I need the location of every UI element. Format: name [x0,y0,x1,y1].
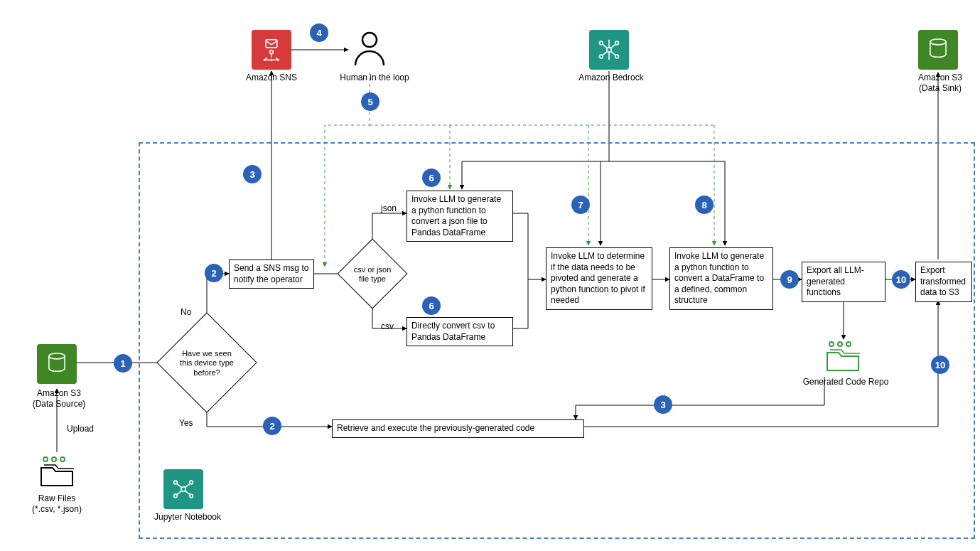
svg-point-0 [49,353,65,359]
code-repo-icon [823,340,863,376]
badge-3a: 3 [243,165,262,183]
step-retrieve: Retrieve and execute the previously-gene… [332,419,584,438]
step-structure: Invoke LLM to generate a python function… [669,247,773,310]
decision-seen-before-text: Have we seen this device type before? [171,328,242,399]
bedrock-label: Amazon Bedrock [569,73,654,83]
s3-sink-label: Amazon S3 (Data Sink) [901,73,979,94]
decision-seen-before: Have we seen this device type before? [156,312,257,412]
svg-point-10 [607,48,611,52]
human-label: Human in the loop [328,73,421,83]
step-csv-direct: Directly convert csv to Pandas DataFrame [406,317,513,346]
badge-8: 8 [695,196,714,214]
step-pivot: Invoke LLM to determine if the data need… [546,247,652,310]
raw-files-icon [37,455,77,491]
jupyter-icon [163,469,203,509]
svg-point-7 [270,59,272,61]
svg-point-6 [264,59,266,61]
sns-icon [252,30,291,70]
badge-1: 1 [114,354,132,373]
badge-9: 9 [780,270,799,289]
svg-point-8 [277,59,279,61]
jupyter-label: Jupyter Notebook [145,512,230,523]
svg-point-5 [270,50,274,54]
json-label: json [381,203,397,213]
upload-label: Upload [67,424,94,434]
s3-source-icon [37,344,77,384]
svg-point-17 [846,342,851,346]
s3-sink-icon [918,30,958,70]
svg-point-19 [181,487,185,491]
badge-7: 7 [571,196,590,214]
badge-5: 5 [361,92,379,111]
svg-point-2 [52,457,56,461]
badge-2b: 2 [263,417,281,435]
svg-rect-4 [266,40,277,48]
step-export-s3: Export transformed data to S3 [915,262,972,302]
svg-point-9 [362,33,377,47]
yes-label: Yes [179,418,193,428]
svg-point-18 [930,39,946,45]
badge-3b: 3 [654,395,672,414]
svg-point-3 [60,457,65,461]
step-json-llm: Invoke LLM to generate a python function… [406,191,513,242]
bedrock-icon [589,30,629,70]
svg-point-15 [829,342,834,346]
decision-file-type-text: csv or json file type [348,250,397,299]
csv-label: csv [381,321,394,331]
badge-6a: 6 [422,168,441,187]
code-repo-label: Generated Code Repo [796,377,895,387]
s3-source-label: Amazon S3 (Data Source) [20,388,98,410]
no-label: No [181,307,191,317]
sns-label: Amazon SNS [237,73,306,83]
svg-point-16 [838,342,842,346]
human-icon [350,30,389,72]
badge-10b: 10 [931,355,949,374]
raw-files-label: Raw Files (*.csv, *.json) [21,493,92,515]
badge-4: 4 [310,23,328,42]
step-sns-msg: Send a SNS msg to notify the operator [229,260,314,289]
step-export-fn: Export all LLM-generated functions [802,262,885,302]
badge-2a: 2 [205,264,223,282]
svg-point-1 [43,457,48,461]
badge-10a: 10 [892,270,910,289]
badge-6b: 6 [422,296,441,315]
